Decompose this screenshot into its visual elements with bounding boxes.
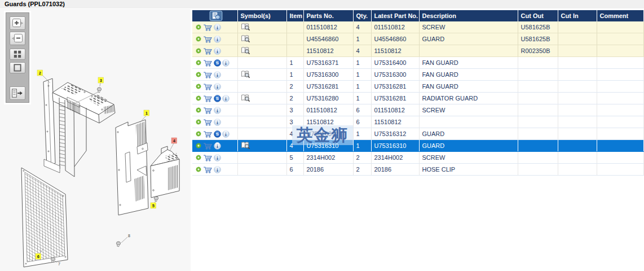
settings-gear-icon[interactable]: [195, 130, 202, 137]
info-icon[interactable]: [214, 166, 221, 173]
settings-gear-icon[interactable]: [195, 142, 202, 149]
settings-gear-icon[interactable]: [195, 36, 202, 42]
column-header-qty: Qty.: [353, 10, 371, 21]
info-icon[interactable]: [222, 95, 230, 102]
add-to-cart-icon[interactable]: [203, 71, 213, 78]
callout-8-plain[interactable]: 8: [128, 234, 130, 238]
symbol-cell[interactable]: [237, 21, 286, 33]
callout-4-selected[interactable]: 4: [171, 138, 177, 143]
comment-cell: [597, 152, 644, 164]
table-row[interactable]: 1 U75316371 1 U75316400 FAN GUARD: [192, 57, 644, 69]
info-icon[interactable]: [214, 36, 221, 43]
add-to-cart-icon[interactable]: [203, 142, 213, 150]
qty-cell: 2: [353, 152, 371, 164]
settings-gear-icon[interactable]: [195, 95, 202, 102]
settings-gear-icon[interactable]: [195, 71, 202, 78]
table-row[interactable]: 11510812 4 11510812 R002350B: [192, 45, 644, 57]
comment-cell: [597, 69, 644, 81]
qty-cell: 6: [353, 104, 371, 116]
symbol-cell[interactable]: [237, 33, 286, 45]
info-icon[interactable]: [214, 24, 221, 31]
zoom-in-button[interactable]: [10, 16, 25, 30]
actual-size-button[interactable]: [10, 62, 25, 73]
table-row[interactable]: 2 U75316280 1 U75316281 RADIATOR GUARD: [192, 93, 644, 104]
parts-no-cell: 11510812: [303, 45, 353, 57]
guard-panels-drawing: [21, 78, 179, 267]
symbol-cell[interactable]: [237, 140, 286, 152]
parts-no-cell: U45546860: [303, 33, 353, 45]
callout-3[interactable]: 3: [98, 77, 104, 83]
info-icon[interactable]: [214, 119, 221, 126]
settings-gear-icon[interactable]: [195, 119, 202, 125]
settings-gear-icon[interactable]: [195, 47, 202, 54]
table-row[interactable]: 2 U75316281 1 U75316281 FAN GUARD: [192, 81, 644, 93]
settings-gear-icon[interactable]: [195, 83, 202, 90]
symbol-cell[interactable]: [237, 93, 286, 104]
illustration-book-icon: [241, 23, 250, 31]
callout-5[interactable]: 5: [151, 203, 156, 208]
cut-out-cell: [518, 140, 558, 152]
tile-view-button[interactable]: [10, 49, 25, 60]
table-row[interactable]: 011510812 4 011510812 SCREW U581625B: [192, 21, 644, 33]
symbol-cell: [237, 164, 286, 176]
table-row[interactable]: 1 U75316300 1 U75316300 FAN GUARD: [192, 69, 644, 81]
cut-in-cell: [558, 140, 597, 152]
add-to-cart-icon[interactable]: [203, 130, 213, 138]
description-cell: [419, 116, 518, 128]
column-header-actions[interactable]: [192, 10, 237, 21]
toggle-panel-button[interactable]: [10, 86, 25, 100]
table-row[interactable]: 3 011510812 6 011510812 SCREW: [192, 104, 644, 116]
substitute-icon[interactable]: [214, 59, 221, 67]
add-to-cart-icon[interactable]: [203, 36, 213, 43]
info-icon[interactable]: [214, 71, 221, 78]
substitute-icon[interactable]: [214, 95, 221, 102]
cut-out-cell: [518, 93, 558, 104]
callout-6[interactable]: 6: [36, 253, 41, 259]
callout-1[interactable]: 1: [144, 110, 149, 116]
illustration-book-icon: [241, 46, 250, 55]
table-row[interactable]: 6 20186 2 20186 HOSE CLIP: [192, 164, 644, 176]
info-icon[interactable]: [214, 154, 221, 161]
add-to-cart-icon[interactable]: [203, 107, 213, 114]
table-row[interactable]: 5 2314H002 2 2314H002 SCREW: [192, 152, 644, 164]
settings-gear-icon[interactable]: [195, 59, 202, 66]
item-cell: 1: [286, 69, 303, 81]
symbol-cell: [237, 81, 286, 93]
zoom-out-button[interactable]: [10, 32, 25, 45]
table-row[interactable]: 4 U75316312 1 U75316312 GUARD: [192, 128, 644, 140]
info-icon[interactable]: [214, 47, 221, 55]
table-row[interactable]: 3 11510812 6 11510812: [192, 116, 644, 128]
settings-gear-icon[interactable]: [195, 107, 202, 113]
add-to-cart-icon[interactable]: [203, 95, 213, 102]
row-actions: [192, 93, 237, 104]
svg-text:6: 6: [37, 254, 39, 259]
add-to-cart-icon[interactable]: [203, 47, 213, 55]
add-to-cart-icon[interactable]: [203, 166, 213, 173]
comment-cell: [597, 45, 644, 57]
callout-7-plain[interactable]: 7: [58, 262, 60, 266]
symbol-cell[interactable]: [237, 69, 286, 81]
settings-gear-icon[interactable]: [195, 24, 202, 30]
parts-list-filter-button[interactable]: [209, 11, 223, 21]
latest-part-no-cell: 11510812: [371, 45, 419, 57]
table-row[interactable]: U45546860 1 U45546860 GUARD U581625B: [192, 33, 644, 45]
info-icon[interactable]: [214, 83, 221, 90]
add-to-cart-icon[interactable]: [203, 119, 213, 126]
settings-gear-icon[interactable]: [195, 166, 202, 173]
info-icon[interactable]: [222, 130, 230, 138]
add-to-cart-icon[interactable]: [203, 59, 213, 67]
info-icon[interactable]: [222, 59, 230, 67]
table-header-row: Symbol(s) Item Parts No. Qty. Latest Par…: [192, 10, 644, 21]
callout-2[interactable]: 2: [37, 70, 43, 76]
table-row-selected[interactable]: 4 U75316310 1 U75316310 GUARD: [192, 140, 644, 152]
substitute-icon[interactable]: [214, 130, 221, 138]
info-icon[interactable]: [214, 107, 221, 114]
symbol-cell[interactable]: [237, 45, 286, 57]
comment-cell: [597, 33, 644, 45]
info-icon[interactable]: [214, 142, 221, 150]
item-cell: [286, 45, 303, 57]
add-to-cart-icon[interactable]: [203, 83, 213, 90]
add-to-cart-icon[interactable]: [203, 24, 213, 31]
settings-gear-icon[interactable]: [195, 154, 202, 161]
add-to-cart-icon[interactable]: [203, 154, 213, 161]
